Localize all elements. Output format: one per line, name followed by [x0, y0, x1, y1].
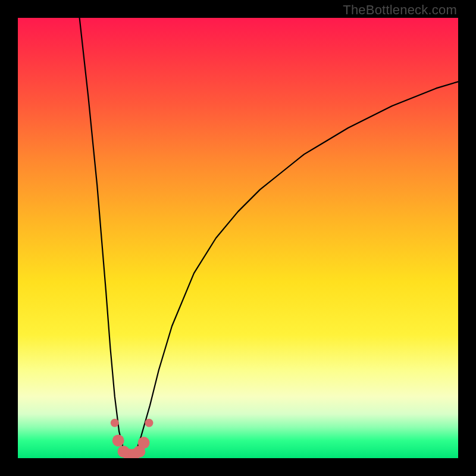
bottleneck-curve	[80, 18, 458, 458]
svg-point-6	[138, 437, 150, 449]
curve-layer	[18, 18, 458, 458]
plot-area	[18, 18, 458, 458]
svg-point-1	[112, 434, 124, 446]
chart-frame: TheBottleneck.com	[0, 0, 476, 476]
watermark-text: TheBottleneck.com	[343, 2, 457, 18]
svg-point-7	[145, 419, 154, 427]
highlight-dots	[111, 419, 154, 458]
svg-point-0	[111, 419, 119, 427]
